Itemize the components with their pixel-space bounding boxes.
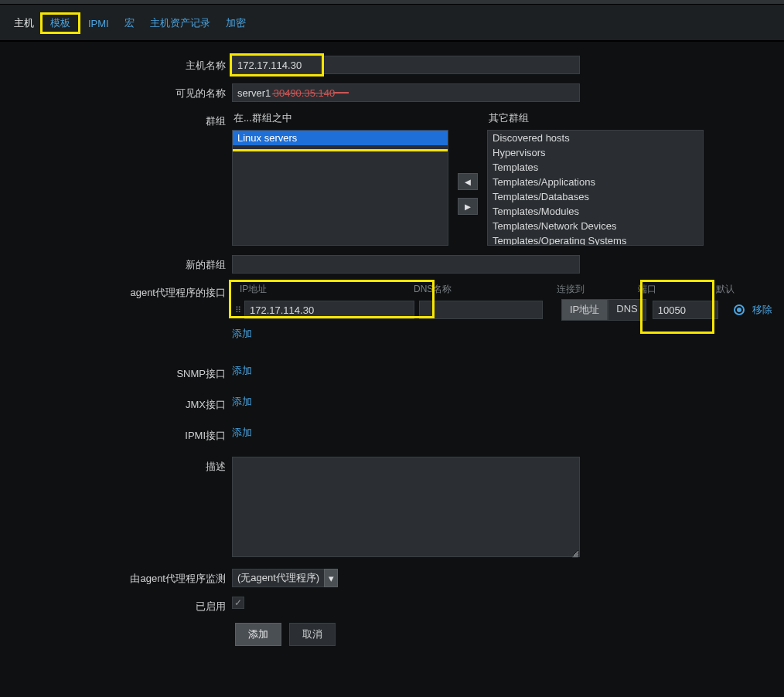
label-monitored-by: 由agent代理程序监测	[0, 569, 232, 586]
other-groups-list[interactable]: Discovered hosts Hypervisors Templates T…	[487, 130, 704, 246]
label-in-groups: 在...群组之中	[232, 111, 448, 125]
move-left-button[interactable]: ◄	[458, 173, 478, 190]
in-groups-list[interactable]: Linux servers	[232, 130, 448, 246]
agent-dns-input[interactable]	[419, 301, 543, 319]
header-ip: IP地址	[232, 283, 414, 296]
header-default: 默认	[711, 283, 758, 296]
chevron-down-icon: ▾	[329, 573, 334, 584]
tab-encryption[interactable]: 加密	[218, 13, 254, 33]
list-item[interactable]: Templates/Operating Systems	[488, 233, 703, 246]
enabled-checkbox[interactable]: ✓	[232, 597, 244, 609]
agent-port-input[interactable]	[653, 301, 718, 319]
header-connect: 连接到	[557, 283, 638, 296]
default-radio[interactable]	[734, 304, 745, 315]
label-groups: 群组	[0, 111, 232, 128]
label-other-groups: 其它群组	[487, 111, 704, 125]
list-item[interactable]: Templates/Applications	[488, 175, 703, 189]
label-host-name: 主机名称	[0, 56, 232, 73]
visible-name-input[interactable]: server1 - 30490.35.140	[232, 83, 580, 102]
add-button[interactable]: 添加	[235, 623, 281, 646]
list-item[interactable]: Templates/Modules	[488, 204, 703, 219]
host-form: 主机名称 可见的名称 server1 - 30490.35.140 群组 在..…	[0, 42, 784, 646]
drag-handle-icon[interactable]: ⠿	[232, 307, 244, 313]
cancel-button[interactable]: 取消	[289, 623, 336, 646]
radio-dot-icon	[737, 308, 741, 312]
host-name-input[interactable]	[232, 56, 580, 74]
list-item[interactable]: Linux servers	[233, 131, 448, 145]
label-enabled: 已启用	[0, 597, 232, 614]
description-textarea[interactable]	[232, 457, 580, 557]
label-snmp-iface: SNMP接口	[0, 364, 232, 381]
connect-ip-button[interactable]: IP地址	[561, 299, 608, 321]
list-item[interactable]: Discovered hosts	[488, 131, 703, 145]
visible-name-strike: 30490.35.140	[274, 87, 336, 99]
new-group-input[interactable]	[232, 255, 580, 274]
move-right-button[interactable]: ►	[458, 198, 478, 215]
tab-bar: 主机 模板 IPMI 宏 主机资产记录 加密	[0, 5, 784, 42]
header-port: 端口	[638, 283, 711, 296]
tab-ipmi[interactable]: IPMI	[80, 15, 117, 32]
resize-grip-icon[interactable]: ◢	[572, 549, 578, 558]
list-item[interactable]: Templates/Databases	[488, 189, 703, 204]
add-jmx-iface-link[interactable]: 添加	[232, 395, 252, 409]
header-dns: DNS名称	[414, 283, 557, 296]
triangle-right-icon: ►	[463, 201, 473, 212]
list-item[interactable]: Templates/Network Devices	[488, 219, 703, 233]
tab-template[interactable]: 模板	[44, 15, 77, 30]
label-new-group: 新的群组	[0, 255, 232, 272]
visible-name-prefix: server1	[237, 87, 271, 99]
connect-dns-button[interactable]: DNS	[608, 299, 646, 321]
list-item[interactable]: Templates	[488, 160, 703, 175]
label-jmx-iface: JMX接口	[0, 395, 232, 412]
label-agent-iface: agent代理程序的接口	[0, 283, 232, 300]
label-visible-name: 可见的名称	[0, 83, 232, 100]
remove-interface-link[interactable]: 移除	[752, 303, 772, 317]
tab-inventory[interactable]: 主机资产记录	[142, 13, 218, 33]
add-ipmi-iface-link[interactable]: 添加	[232, 426, 252, 440]
select-arrow-button[interactable]: ▾	[324, 569, 338, 587]
agent-ip-input[interactable]	[244, 301, 414, 319]
add-snmp-iface-link[interactable]: 添加	[232, 364, 252, 378]
add-agent-iface-link[interactable]: 添加	[232, 327, 252, 341]
tab-host[interactable]: 主机	[6, 13, 42, 33]
label-ipmi-iface: IPMI接口	[0, 426, 232, 443]
tab-macro[interactable]: 宏	[117, 13, 142, 33]
label-description: 描述	[0, 457, 232, 474]
list-item[interactable]: Hypervisors	[488, 145, 703, 160]
triangle-left-icon: ◄	[463, 176, 473, 188]
proxy-select[interactable]: (无agent代理程序)	[232, 569, 325, 587]
